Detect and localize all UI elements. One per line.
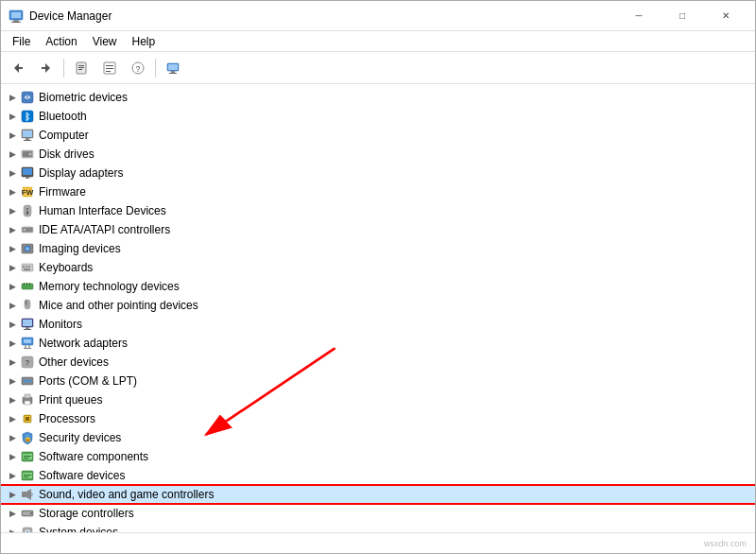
list-item[interactable]: ▶ Network adapters: [1, 334, 755, 353]
expand-icon[interactable]: ▶: [5, 468, 20, 483]
list-item[interactable]: ▶ 🔒 Security devices: [1, 428, 755, 447]
list-item[interactable]: ▶ Monitors: [1, 315, 755, 334]
list-item[interactable]: ▶ Biometric devices: [1, 88, 755, 107]
svg-rect-26: [23, 130, 32, 137]
network-icon: [20, 336, 35, 351]
content-area: ▶ Biometric devices ▶ ᛒ Bluetooth ▶ Comp…: [1, 84, 755, 532]
svg-rect-19: [168, 64, 178, 70]
expand-icon[interactable]: ▶: [5, 317, 20, 332]
expand-icon[interactable]: ▶: [5, 203, 20, 218]
svg-rect-86: [24, 475, 31, 476]
expand-icon[interactable]: ▶: [5, 411, 20, 426]
menu-file[interactable]: File: [5, 33, 38, 50]
svg-rect-88: [22, 492, 26, 497]
expand-icon[interactable]: ▶: [5, 147, 20, 162]
svg-point-38: [26, 208, 28, 210]
svg-marker-89: [26, 489, 31, 500]
menu-action[interactable]: Action: [38, 33, 84, 50]
svg-rect-9: [78, 65, 84, 66]
svg-marker-6: [45, 63, 50, 73]
expand-icon[interactable]: ▶: [5, 90, 20, 105]
display-icon: [20, 165, 35, 181]
expand-icon[interactable]: ▶: [5, 298, 20, 313]
list-item[interactable]: ▶ Human Interface Devices: [1, 201, 755, 220]
expand-icon[interactable]: ▶: [5, 430, 20, 445]
mice-label: Mice and other pointing devices: [39, 299, 198, 312]
expand-icon[interactable]: ▶: [5, 336, 20, 351]
list-item[interactable]: ▶ Computer: [1, 126, 755, 145]
close-button[interactable]: ✕: [704, 1, 747, 31]
ide-label: IDE ATA/ATAPI controllers: [39, 223, 170, 236]
list-item[interactable]: ▶ Keyboards: [1, 258, 755, 277]
expand-icon[interactable]: ▶: [5, 355, 20, 370]
svg-point-72: [29, 380, 32, 383]
expand-icon[interactable]: ▶: [5, 392, 20, 407]
toolbar-back[interactable]: [5, 56, 31, 80]
list-item[interactable]: ▶ Ports (COM & LPT): [1, 372, 755, 390]
svg-rect-48: [26, 266, 27, 268]
list-item[interactable]: ▶ IDE ATA/ATAPI controllers: [1, 220, 755, 239]
svg-rect-75: [25, 401, 30, 405]
toolbar-properties[interactable]: [68, 56, 94, 80]
memory-icon: [20, 279, 35, 294]
expand-icon[interactable]: ▶: [5, 260, 20, 275]
list-item[interactable]: ▶ ᛒ Bluetooth: [1, 107, 755, 126]
svg-rect-27: [26, 138, 29, 140]
sound-item[interactable]: ▶ Sound, video and game controllers: [1, 485, 755, 504]
list-item[interactable]: ▶ FW Firmware: [1, 182, 755, 201]
expand-icon[interactable]: ▶: [5, 487, 20, 502]
toolbar-help[interactable]: ?: [125, 56, 151, 80]
software-devices-icon: [20, 468, 35, 483]
expand-icon[interactable]: ▶: [5, 279, 20, 294]
list-item[interactable]: ▶ Imaging devices: [1, 239, 755, 258]
svg-text:FW: FW: [22, 188, 34, 197]
list-item[interactable]: ▶ Memory technology devices: [1, 277, 755, 296]
expand-icon[interactable]: ▶: [5, 109, 20, 124]
menu-view[interactable]: View: [85, 33, 125, 50]
list-item[interactable]: ▶ Mice and other pointing devices: [1, 296, 755, 315]
menu-help[interactable]: Help: [125, 33, 163, 50]
keyboard-label: Keyboards: [39, 261, 93, 274]
firmware-icon: FW: [20, 184, 35, 199]
toolbar-sep-1: [63, 59, 64, 78]
expand-icon[interactable]: ▶: [5, 241, 20, 256]
expand-icon[interactable]: ▶: [5, 525, 20, 532]
toolbar-device[interactable]: [160, 56, 186, 80]
svg-rect-42: [24, 229, 26, 231]
svg-text:🔒: 🔒: [24, 434, 32, 442]
svg-rect-2: [13, 20, 19, 22]
expand-icon[interactable]: ▶: [5, 222, 20, 237]
toolbar-forward[interactable]: [33, 56, 60, 80]
expand-icon[interactable]: ▶: [5, 184, 20, 199]
svg-rect-78: [26, 417, 29, 421]
expand-icon[interactable]: ▶: [5, 506, 20, 521]
expand-icon[interactable]: ▶: [5, 373, 20, 389]
toolbar-list[interactable]: [96, 56, 123, 80]
app-icon: [9, 9, 24, 24]
list-item[interactable]: ▶ Disk drives: [1, 145, 755, 164]
list-item[interactable]: ▶ Storage controllers: [1, 504, 755, 523]
expand-icon[interactable]: ▶: [5, 165, 20, 181]
svg-rect-83: [24, 458, 28, 459]
list-item[interactable]: ▶ Processors: [1, 409, 755, 428]
list-item[interactable]: ▶ Software devices: [1, 466, 755, 485]
hid-icon: [20, 203, 35, 218]
other-icon: ?: [20, 355, 35, 370]
imaging-icon: [20, 241, 35, 256]
minimize-button[interactable]: ─: [617, 1, 661, 31]
list-item[interactable]: ▶ Print queues: [1, 390, 755, 409]
svg-rect-52: [24, 283, 25, 285]
system-label: System devices: [39, 526, 118, 532]
svg-text:?: ?: [26, 358, 30, 367]
list-item[interactable]: ▶ ? Other devices: [1, 353, 755, 372]
mice-icon: [20, 298, 35, 313]
list-item[interactable]: ▶ Software components: [1, 447, 755, 466]
maximize-button[interactable]: □: [661, 1, 704, 31]
memory-label: Memory technology devices: [39, 280, 180, 293]
expand-icon[interactable]: ▶: [5, 449, 20, 464]
storage-icon: [20, 506, 35, 521]
list-item[interactable]: ▶ Display adapters: [1, 164, 755, 182]
expand-icon[interactable]: ▶: [5, 128, 20, 143]
list-item[interactable]: ▶ System devices: [1, 523, 755, 532]
device-tree[interactable]: ▶ Biometric devices ▶ ᛒ Bluetooth ▶ Comp…: [1, 84, 755, 532]
